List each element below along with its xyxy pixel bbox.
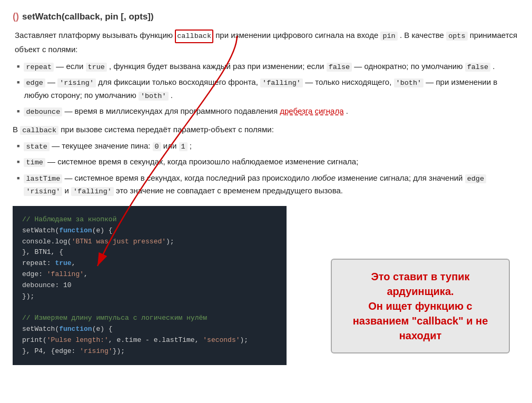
rising-code-2: 'rising'	[24, 187, 62, 196]
callback-code-2: callback	[20, 126, 58, 135]
bullet-time-content: time — системное время в секундах, когда…	[24, 155, 358, 169]
code-line-9	[22, 302, 277, 313]
code-line-12: print('Pulse length:', e.time - e.lastTi…	[22, 335, 277, 346]
callback-text1: В	[13, 125, 20, 134]
bullet-list-1: repeat — если true , функция будет вызва…	[17, 60, 519, 118]
any-italic: любое	[312, 173, 336, 182]
code-line-1: // Наблюдаем за кнопкой	[22, 214, 277, 225]
both-code-2: 'both'	[139, 92, 169, 101]
page: () setWatch(callback, pin [, opts]) Заст…	[0, 0, 532, 403]
bullet-repeat: repeat — если true , функция будет вызва…	[17, 60, 519, 73]
bullet-edge-content: edge — 'rising' для фиксации только восх…	[24, 76, 519, 102]
code-line-11: setWatch(function(e) {	[22, 324, 277, 335]
bullet-lasttime-content: lastTime — системное время в секундах, к…	[24, 172, 519, 198]
callback-section: В callback при вызове система передаёт п…	[13, 123, 519, 136]
bullet-edge: edge — 'rising' для фиксации только восх…	[17, 76, 519, 102]
code-area: // Наблюдаем за кнопкой setWatch(functio…	[13, 201, 519, 365]
both-code-1: 'both'	[394, 78, 424, 87]
pin-code: pin	[380, 32, 397, 41]
bullet-lasttime: lastTime — системное время в секундах, к…	[17, 172, 519, 198]
code-block: // Наблюдаем за кнопкой setWatch(functio…	[13, 206, 287, 365]
true-code: true	[86, 63, 107, 72]
lasttime-code: lastTime	[24, 174, 62, 183]
desc1-text2: при изменении цифрового сигнала на входе	[215, 31, 380, 40]
false-code: false	[327, 63, 352, 72]
bullet-time: time — системное время в секундах, когда…	[17, 155, 519, 169]
annotation-box: Это ставит в тупикардуинщика.Он ищет фун…	[331, 259, 510, 353]
desc1-text1: Заставляет платформу вызывать функцию	[15, 31, 175, 40]
opts-code: opts	[446, 32, 467, 41]
code-line-2: setWatch(function(e) {	[22, 225, 277, 237]
function-title: () setWatch(callback, pin [, opts])	[13, 9, 519, 24]
code-line-13: }, P4, {edge: 'rising'});	[22, 346, 277, 357]
zero-code: 0	[153, 142, 161, 151]
one-code: 1	[179, 142, 188, 151]
bullet-state-content: state — текущее значение пина: 0 или 1 ;	[24, 140, 192, 153]
code-line-6: edge: 'falling',	[22, 269, 277, 280]
falling-code: 'falling'	[260, 78, 303, 87]
debounce-link[interactable]: дребезга сигнала	[280, 106, 343, 115]
code-line-10: // Измеряем длину импульса с логическим …	[22, 313, 277, 324]
description-paragraph-1: Заставляет платформу вызывать функцию ca…	[13, 29, 519, 56]
debounce-code: debounce	[24, 107, 62, 116]
bullet-debounce: debounce — время в миллисекундах для про…	[17, 105, 519, 118]
bullet-repeat-content: repeat — если true , функция будет вызва…	[24, 60, 495, 73]
false-code-2: false	[465, 63, 491, 72]
code-line-5: repeat: true,	[22, 258, 277, 269]
callback-text2: при вызове система передаёт параметр-объ…	[61, 125, 274, 134]
code-line-4: }, BTN1, {	[22, 247, 277, 258]
bullet-list-2: state — текущее значение пина: 0 или 1 ;…	[17, 140, 519, 198]
code-line-7: debounce: 10	[22, 280, 277, 291]
rising-code: 'rising'	[57, 78, 96, 87]
falling-code-2: 'falling'	[71, 187, 114, 196]
desc1-text3: . В качестве	[400, 31, 446, 40]
annotation-text: Это ставит в тупикардуинщика.Он ищет фун…	[353, 271, 488, 341]
code-line-3: console.log('BTN1 was just pressed');	[22, 237, 277, 248]
edge-code-2: edge	[465, 174, 486, 183]
callback-code-highlight: callback	[175, 30, 213, 43]
repeat-code: repeat	[24, 63, 54, 72]
bullet-debounce-content: debounce — время в миллисекундах для про…	[24, 105, 348, 118]
edge-code: edge	[24, 78, 45, 87]
time-code: time	[24, 158, 45, 167]
state-code: state	[24, 142, 50, 151]
bullet-state: state — текущее значение пина: 0 или 1 ;	[17, 140, 519, 153]
function-icon: ()	[13, 9, 19, 24]
function-name: setWatch(callback, pin [, opts])	[22, 10, 154, 24]
code-line-8: });	[22, 291, 277, 302]
